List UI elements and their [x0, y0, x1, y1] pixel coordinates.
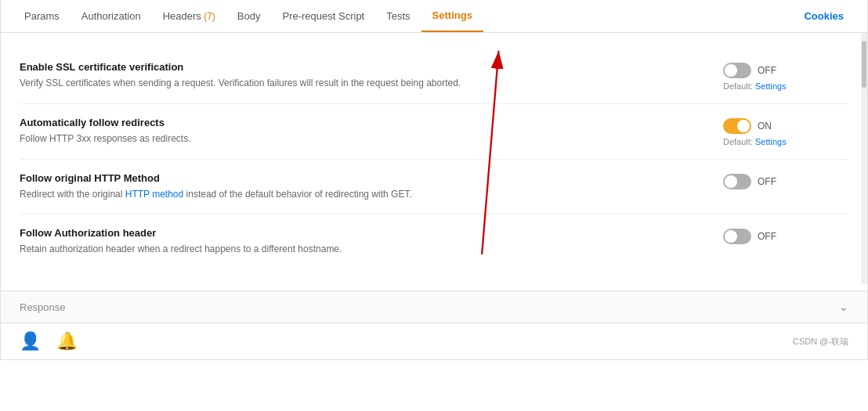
tab-settings[interactable]: Settings — [421, 0, 483, 32]
setting-desc-redirects: Follow HTTP 3xx responses as redirects. — [20, 132, 692, 146]
setting-info-redirects: Automatically follow redirectsFollow HTT… — [20, 117, 723, 146]
default-link-ssl[interactable]: Settings — [755, 81, 787, 91]
toggle-http-method[interactable] — [723, 174, 751, 189]
setting-control-redirects: ONDefault: Settings — [723, 117, 848, 146]
tab-authorization[interactable]: Authorization — [71, 1, 152, 31]
toggle-label-ssl: OFF — [758, 65, 776, 76]
default-text-redirects: Default: Settings — [723, 137, 787, 146]
setting-row-auth-header: Follow Authorization headerRetain author… — [20, 215, 848, 269]
setting-desc-http-method: Redirect with the original HTTP method i… — [20, 187, 692, 201]
response-label: Response — [20, 301, 66, 313]
tab-body[interactable]: Body — [226, 1, 272, 31]
bottom-bar: 👤 🔔 CSDN @-联瑞 — [1, 323, 867, 359]
default-link-redirects[interactable]: Settings — [755, 137, 787, 146]
tabs-left: ParamsAuthorizationHeaders (7)BodyPre-re… — [13, 0, 793, 32]
setting-title-redirects: Automatically follow redirects — [20, 117, 692, 128]
toggle-label-auth-header: OFF — [758, 231, 776, 242]
tab-tests[interactable]: Tests — [375, 1, 421, 31]
setting-info-http-method: Follow original HTTP MethodRedirect with… — [20, 172, 723, 201]
tab-prerequest[interactable]: Pre-request Script — [271, 1, 375, 31]
tab-headers[interactable]: Headers (7) — [152, 1, 226, 31]
tab-cookies[interactable]: Cookies — [793, 1, 855, 31]
tab-badge-headers: (7) — [201, 11, 215, 22]
setting-info-ssl: Enable SSL certificate verificationVerif… — [20, 61, 723, 90]
default-text-ssl: Default: Settings — [723, 81, 787, 91]
setting-title-ssl: Enable SSL certificate verification — [20, 61, 692, 73]
scrollbar-thumb[interactable] — [862, 41, 866, 88]
toggle-auth-header[interactable] — [723, 229, 751, 244]
setting-desc-ssl: Verify SSL certificates when sending a r… — [20, 76, 692, 90]
tab-bar: ParamsAuthorizationHeaders (7)BodyPre-re… — [1, 0, 867, 33]
setting-row-ssl: Enable SSL certificate verificationVerif… — [20, 49, 848, 104]
bell-icon: 🔔 — [56, 331, 78, 352]
setting-control-auth-header: OFF — [723, 227, 848, 247]
toggle-row-auth-header: OFF — [723, 229, 776, 244]
setting-title-http-method: Follow original HTTP Method — [20, 172, 692, 184]
user-icon: 👤 — [20, 331, 41, 352]
settings-content: Enable SSL certificate verificationVerif… — [1, 33, 867, 284]
toggle-row-redirects: ON — [723, 118, 772, 134]
toggle-row-ssl: OFF — [723, 63, 776, 78]
setting-title-auth-header: Follow Authorization header — [20, 227, 692, 239]
setting-row-http-method: Follow original HTTP MethodRedirect with… — [20, 160, 848, 215]
setting-info-auth-header: Follow Authorization headerRetain author… — [20, 227, 723, 256]
scrollbar[interactable] — [861, 33, 867, 284]
response-chevron-icon: ⌄ — [839, 301, 848, 313]
response-bar[interactable]: Response ⌄ — [1, 290, 867, 323]
toggle-redirects[interactable] — [723, 118, 751, 134]
tab-params[interactable]: Params — [13, 1, 71, 31]
setting-control-ssl: OFFDefault: Settings — [723, 61, 848, 91]
toggle-ssl[interactable] — [723, 63, 751, 78]
toggle-row-http-method: OFF — [723, 174, 776, 189]
setting-desc-auth-header: Retain authorization header when a redir… — [20, 242, 692, 256]
setting-control-http-method: OFF — [723, 172, 848, 193]
toggle-label-http-method: OFF — [758, 176, 776, 187]
watermark-text: CSDN @-联瑞 — [793, 336, 848, 348]
setting-row-redirects: Automatically follow redirectsFollow HTT… — [20, 104, 848, 160]
toggle-label-redirects: ON — [758, 121, 772, 132]
